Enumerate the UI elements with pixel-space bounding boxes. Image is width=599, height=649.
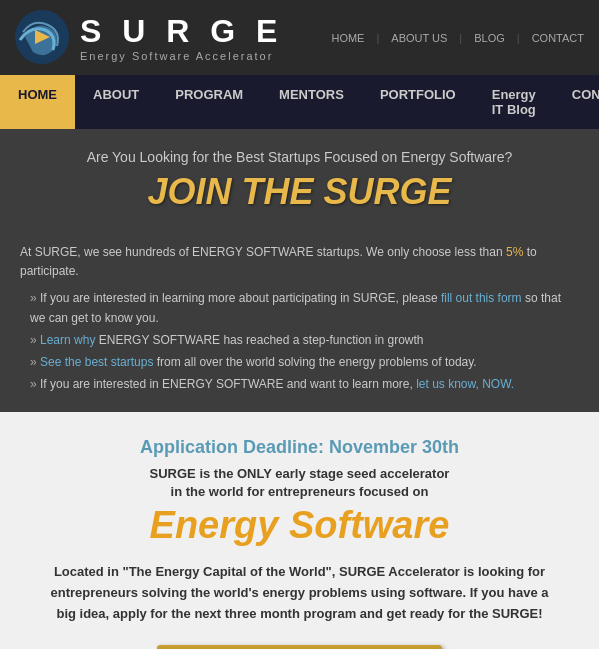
apply-button[interactable]: APPLY NOW, DON'T WAIT!	[157, 645, 441, 649]
nav-separator-2: |	[459, 32, 462, 44]
navbar-blog[interactable]: Energy IT Blog	[474, 75, 554, 129]
only-text: SURGE is the ONLY early stage seed accel…	[30, 466, 569, 481]
navbar-portfolio[interactable]: PORTFOLIO	[362, 75, 474, 129]
header: S U R G E Energy Software Accelerator HO…	[0, 0, 599, 75]
hero-subtitle: Are You Looking for the Best Startups Fo…	[30, 149, 569, 165]
logo-tagline: Energy Software Accelerator	[80, 50, 283, 62]
nav-about-link[interactable]: ABOUT US	[391, 32, 447, 44]
header-nav: HOME | ABOUT US | BLOG | CONTACT	[331, 32, 584, 44]
energy-software-title: Energy Software	[30, 504, 569, 547]
content-top: At SURGE, we see hundreds of ENERGY SOFT…	[0, 238, 599, 412]
bullet-4: If you are interested in ENERGY SOFTWARE…	[30, 375, 579, 394]
bullet-3: See the best startups from all over the …	[30, 353, 579, 372]
bullet-list: If you are interested in learning more a…	[20, 289, 579, 394]
learn-why-link[interactable]: Learn why	[40, 333, 95, 347]
fill-form-link[interactable]: fill out this form	[441, 291, 522, 305]
logo-icon	[15, 10, 70, 65]
logo-area: S U R G E Energy Software Accelerator	[15, 10, 283, 65]
navbar-about[interactable]: ABOUT	[75, 75, 157, 129]
middle-description: Located in "The Energy Capital of the Wo…	[50, 562, 550, 624]
main-navbar: HOME ABOUT PROGRAM MENTORS PORTFOLIO Ene…	[0, 75, 599, 129]
best-startups-link[interactable]: See the best startups	[40, 355, 153, 369]
bullet-1: If you are interested in learning more a…	[30, 289, 579, 327]
nav-separator-1: |	[376, 32, 379, 44]
bullet-2: Learn why ENERGY SOFTWARE has reached a …	[30, 331, 579, 350]
highlight-percent: 5%	[506, 245, 523, 259]
navbar-home[interactable]: HOME	[0, 75, 75, 129]
nav-blog-link[interactable]: BLOG	[474, 32, 505, 44]
hero-section: Are You Looking for the Best Startups Fo…	[0, 129, 599, 238]
hero-title: JOIN THE SURGE	[30, 171, 569, 213]
middle-section: Application Deadline: November 30th SURG…	[0, 412, 599, 649]
navbar-program[interactable]: PROGRAM	[157, 75, 261, 129]
surge-title: S U R G E	[80, 13, 283, 50]
focused-text: in the world for entrepreneurs focused o…	[30, 484, 569, 499]
app-deadline: Application Deadline: November 30th	[30, 437, 569, 458]
logo-text: S U R G E Energy Software Accelerator	[80, 13, 283, 62]
intro-text: At SURGE, we see hundreds of ENERGY SOFT…	[20, 243, 579, 281]
nav-separator-3: |	[517, 32, 520, 44]
let-us-know-link[interactable]: let us know, NOW.	[416, 377, 514, 391]
navbar-contact[interactable]: CONTACT	[554, 75, 599, 129]
nav-home-link[interactable]: HOME	[331, 32, 364, 44]
nav-contact-link[interactable]: CONTACT	[532, 32, 584, 44]
navbar-mentors[interactable]: MENTORS	[261, 75, 362, 129]
